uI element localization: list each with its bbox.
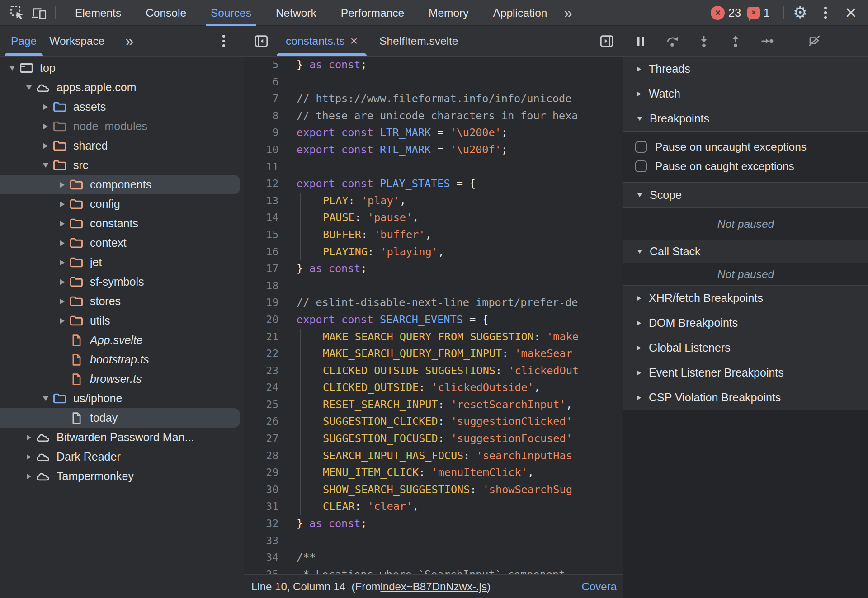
code-line[interactable]: 7// https://www.fileformat.info/info/uni… — [244, 90, 623, 108]
line-number[interactable]: 35 — [244, 566, 286, 574]
more-panels-icon[interactable]: » — [559, 5, 576, 20]
code-line[interactable]: 11 — [244, 159, 623, 176]
code-line[interactable]: 8// these are unicode characters in four… — [244, 108, 623, 125]
section-scope[interactable]: Scope — [623, 183, 868, 207]
error-badge-icon[interactable]: × — [711, 6, 725, 20]
step-icon[interactable] — [758, 32, 776, 50]
code-line[interactable]: 16PLAYING: 'playing', — [244, 244, 623, 261]
line-number[interactable]: 16 — [244, 244, 286, 261]
tree-item-Bitwarden Password Man...[interactable]: Bitwarden Password Man... — [0, 428, 244, 447]
line-number[interactable]: 7 — [244, 90, 286, 108]
option-pause-on-caught-exceptions[interactable]: Pause on caught exceptions — [623, 156, 868, 176]
collapse-navigator-icon[interactable] — [252, 32, 270, 50]
tree-item-Dark Reader[interactable]: Dark Reader — [0, 447, 244, 466]
code-line[interactable]: 23CLICKED_OUTSIDE_SUGGESTIONS: 'clickedO… — [244, 363, 623, 380]
issues-badge-icon[interactable]: × — [747, 7, 760, 19]
line-number[interactable]: 13 — [244, 193, 286, 210]
section-dom-breakpoints[interactable]: DOM Breakpoints — [623, 311, 868, 335]
tab-elements[interactable]: Elements — [63, 0, 133, 26]
section-watch[interactable]: Watch — [623, 81, 868, 106]
chevron-right-icon[interactable] — [23, 454, 35, 460]
chevron-right-icon[interactable] — [40, 124, 52, 129]
section-xhr-fetch-breakpoints[interactable]: XHR/fetch Breakpoints — [623, 286, 868, 311]
line-number[interactable]: 34 — [244, 549, 286, 566]
line-number[interactable]: 15 — [244, 226, 286, 244]
navigator-more-options-icon[interactable] — [215, 32, 233, 50]
code-line[interactable]: 32} as const; — [244, 515, 623, 532]
device-toolbar-icon[interactable] — [30, 4, 48, 22]
line-number[interactable]: 28 — [244, 447, 286, 465]
section-threads[interactable]: Threads — [623, 57, 868, 81]
line-number[interactable]: 22 — [244, 345, 286, 363]
code-line[interactable]: 25RESET_SEARCH_INPUT: 'resetSearchInput'… — [244, 396, 623, 414]
inspect-icon[interactable] — [8, 4, 26, 22]
tree-item-browser.ts[interactable]: browser.ts — [0, 369, 244, 389]
tree-item-components[interactable]: components — [0, 175, 240, 194]
chevron-right-icon[interactable] — [57, 260, 68, 265]
code-line[interactable]: 15BUFFER: 'buffer', — [244, 226, 623, 244]
step-over-icon[interactable] — [663, 32, 681, 50]
tree-item-jet[interactable]: jet — [0, 253, 244, 272]
close-tab-icon[interactable]: × — [350, 35, 358, 47]
chevron-down-icon[interactable] — [40, 163, 52, 168]
code-line[interactable]: 24CLICKED_OUTSIDE: 'clickedOutside', — [244, 379, 623, 396]
line-number[interactable]: 9 — [244, 124, 286, 141]
tree-item-constants[interactable]: constants — [0, 214, 244, 233]
line-number[interactable]: 12 — [244, 175, 286, 193]
chevron-right-icon[interactable] — [23, 474, 35, 479]
code-line[interactable]: 34/** — [244, 549, 623, 566]
step-into-icon[interactable] — [695, 32, 713, 50]
tree-item-node_modules[interactable]: node_modules — [0, 117, 244, 136]
chevron-right-icon[interactable] — [23, 435, 35, 440]
line-number[interactable]: 23 — [244, 363, 286, 380]
editor-tab-ShelfItem.svelte[interactable]: ShelfItem.svelte — [368, 26, 469, 56]
chevron-right-icon[interactable] — [57, 182, 68, 188]
line-number[interactable]: 30 — [244, 481, 286, 499]
pause-icon[interactable] — [632, 32, 650, 50]
code-line[interactable]: 28SEARCH_INPUT_HAS_FOCUS: 'searchInputHa… — [244, 447, 623, 465]
navigator-tab-page[interactable]: Page — [5, 26, 43, 56]
tree-item-selected-today[interactable]: today — [0, 408, 240, 428]
tab-performance[interactable]: Performance — [329, 0, 416, 26]
line-number[interactable]: 6 — [244, 74, 286, 91]
code-line[interactable]: 14PAUSE: 'pause', — [244, 209, 623, 226]
close-icon[interactable]: × — [842, 4, 860, 22]
line-number[interactable]: 19 — [244, 294, 286, 311]
line-number[interactable]: 24 — [244, 379, 286, 396]
line-number[interactable]: 21 — [244, 329, 286, 346]
code-line[interactable]: 22MAKE_SEARCH_QUERY_FROM_INPUT: 'makeSea… — [244, 345, 623, 363]
tab-sources[interactable]: Sources — [198, 0, 264, 26]
code-line[interactable]: 29MENU_ITEM_CLICK: 'menuItemClick', — [244, 464, 623, 481]
section-call-stack[interactable]: Call Stack — [623, 240, 868, 263]
line-number[interactable]: 33 — [244, 532, 286, 550]
chevron-right-icon[interactable] — [40, 104, 52, 110]
checkbox-unchecked[interactable] — [635, 160, 647, 172]
chevron-down-icon[interactable] — [6, 66, 18, 71]
code-line[interactable]: 19// eslint-disable-next-line import/pre… — [244, 294, 623, 311]
checkbox-unchecked[interactable] — [635, 141, 647, 153]
code-line[interactable]: 17} as const; — [244, 260, 623, 278]
line-number[interactable]: 5 — [244, 57, 286, 74]
line-number[interactable]: 31 — [244, 498, 286, 515]
code-line[interactable]: 21MAKE_SEARCH_QUERY_FROM_SUGGESTION: 'ma… — [244, 329, 623, 346]
tree-item-assets[interactable]: assets — [0, 97, 244, 117]
line-number[interactable]: 14 — [244, 209, 286, 226]
code-line[interactable]: 26SUGGESTION_CLICKED: 'suggestionClicked… — [244, 413, 623, 430]
code-line[interactable]: 13PLAY: 'play', — [244, 193, 623, 210]
chevron-right-icon[interactable] — [57, 299, 68, 304]
section-csp-violation-breakpoints[interactable]: CSP Violation Breakpoints — [623, 385, 868, 410]
chevron-right-icon[interactable] — [57, 240, 68, 246]
tree-item-stores[interactable]: stores — [0, 292, 244, 311]
deactivate-breakpoints-icon[interactable] — [806, 32, 824, 50]
code-line[interactable]: 33 — [244, 532, 623, 550]
line-number[interactable]: 17 — [244, 260, 286, 278]
code-line[interactable]: 5} as const; — [244, 57, 623, 74]
tree-item-Tampermonkey[interactable]: Tampermonkey — [0, 466, 244, 486]
navigator-tab-workspace[interactable]: Workspace — [43, 26, 111, 56]
tree-item-apps.apple.com[interactable]: apps.apple.com — [0, 78, 244, 97]
line-number[interactable]: 8 — [244, 108, 286, 125]
code-line[interactable]: 6 — [244, 74, 623, 91]
code-line[interactable]: 30SHOW_SEARCH_SUGGESTIONS: 'showSearchSu… — [244, 481, 623, 499]
line-number[interactable]: 26 — [244, 413, 286, 430]
tree-item-utils[interactable]: utils — [0, 311, 244, 330]
